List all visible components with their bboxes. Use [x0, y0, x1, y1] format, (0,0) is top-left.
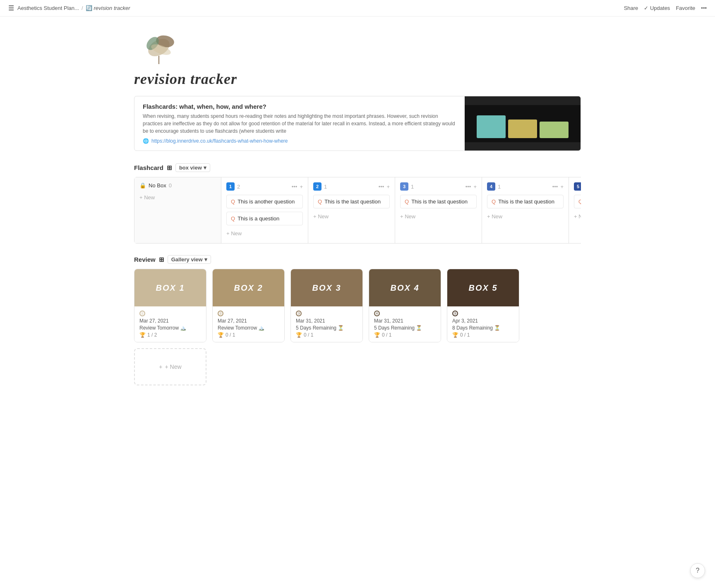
link-icon: 🌐	[143, 138, 149, 144]
more-menu-button[interactable]: •••	[701, 5, 707, 11]
flashcard-board-scroll: 🔒 No Box 0 + New 1 2	[134, 177, 581, 247]
card-q-icon: Q	[492, 198, 496, 205]
flashcard-item[interactable]: Q This is the last question	[313, 195, 390, 208]
top-nav: ☰ Aesthetics Student Plan... / 🔄 revisio…	[0, 0, 715, 17]
board-column-box2: 2 1 ••• + Q This is the last question + …	[308, 177, 395, 243]
info-card-image	[465, 96, 581, 151]
gallery-card-box5[interactable]: BOX 5 ⑤ Apr 3, 2021 8 Days Remaining ⏳ 🏆…	[447, 269, 519, 342]
card-progress-5: 🏆0 / 1	[452, 332, 514, 338]
card-q-icon: Q	[231, 198, 235, 205]
col-add-icon[interactable]: +	[473, 184, 477, 190]
flashcard-item[interactable]: Q This is the last question	[487, 195, 564, 208]
flashcard-item[interactable]: Q This is the last question	[400, 195, 477, 208]
board-column-box4: 4 1 ••• + Q This is the last question + …	[482, 177, 569, 243]
share-button[interactable]: Share	[624, 5, 638, 11]
flashcard-item[interactable]: Q Th...	[574, 195, 581, 208]
breadcrumb-parent[interactable]: Aesthetics Student Plan...	[17, 5, 79, 11]
info-card: Flashcards: what, when, how, and where? …	[134, 96, 581, 151]
gallery-box-label-1: BOX 1	[156, 283, 185, 293]
gallery-card-box2[interactable]: BOX 2 ② Mar 27, 2021 Review Tomorrow 🏔️ …	[212, 269, 285, 342]
gallery-box-label-3: BOX 3	[312, 283, 341, 293]
review-gallery: BOX 1 ① Mar 27, 2021 Review Tomorrow 🏔️ …	[134, 269, 581, 385]
card-date-3: Mar 31, 2021	[296, 318, 358, 324]
gallery-box-label-2: BOX 2	[234, 283, 263, 293]
new-item-no-box[interactable]: + New	[139, 193, 216, 202]
col-actions-box1[interactable]: ••• +	[292, 184, 303, 190]
col-actions-box4[interactable]: ••• +	[552, 184, 564, 190]
card-progress-4: 🏆0 / 1	[374, 332, 436, 338]
card-status-2: Review Tomorrow 🏔️	[218, 325, 279, 331]
col-add-icon[interactable]: +	[300, 184, 303, 190]
flashcard-item[interactable]: Q This is another question	[226, 195, 303, 208]
chevron-down-icon: ▾	[204, 256, 207, 263]
flashcard-view-label: box view	[179, 165, 202, 171]
col-title-box3: 3 1	[400, 182, 414, 191]
col-actions-box2[interactable]: ••• +	[379, 184, 390, 190]
breadcrumb-current: 🔄 revision tracker	[86, 5, 130, 11]
col-title-box5: 5	[574, 182, 581, 191]
plus-icon: +	[159, 363, 162, 370]
col-badge-3: 3	[400, 182, 408, 191]
info-card-link[interactable]: 🌐 https://blog.innerdrive.co.uk/flashcar…	[143, 138, 456, 144]
review-view-selector[interactable]: Gallery view ▾	[168, 255, 211, 264]
card-num-1: ①	[139, 311, 201, 316]
info-card-text: Flashcards: what, when, how, and where? …	[134, 96, 465, 151]
col-title-box2: 2 1	[313, 182, 327, 191]
card-status-3: 5 Days Remaining ⏳	[296, 325, 358, 331]
col-more-icon[interactable]: •••	[379, 184, 384, 190]
updates-button[interactable]: ✓ Updates	[644, 5, 670, 11]
gallery-card-box1[interactable]: BOX 1 ① Mar 27, 2021 Review Tomorrow 🏔️ …	[134, 269, 206, 342]
new-item-box1[interactable]: + New	[226, 229, 303, 238]
card-text: This is another question	[238, 198, 295, 205]
new-item-box4[interactable]: + New	[487, 212, 564, 221]
card-text: This is the last question	[411, 198, 468, 205]
col-title-no-box: 🔒 No Box 0	[139, 182, 172, 189]
review-view-icon: ⊞	[159, 256, 164, 263]
board-column-box1: 1 2 ••• + Q This is another question Q T…	[221, 177, 308, 243]
menu-icon[interactable]: ☰	[8, 4, 14, 12]
link-url[interactable]: https://blog.innerdrive.co.uk/flashcards…	[151, 138, 288, 144]
col-add-icon[interactable]: +	[560, 184, 564, 190]
card-dot-4: ④	[374, 311, 380, 316]
favorite-button[interactable]: Favorite	[676, 5, 695, 11]
page-content: revision tracker Flashcards: what, when,…	[109, 17, 606, 410]
board-column-box3: 3 1 ••• + Q This is the last question + …	[395, 177, 482, 243]
gallery-card-body-box5: ⑤ Apr 3, 2021 8 Days Remaining ⏳ 🏆0 / 1	[447, 306, 519, 342]
col-actions-box3[interactable]: ••• +	[465, 184, 477, 190]
col-more-icon[interactable]: •••	[292, 184, 298, 190]
col-header-box5: 5 ••• +	[574, 182, 581, 191]
flashcard-view-selector[interactable]: box view ▾	[175, 163, 210, 172]
card-date-4: Mar 31, 2021	[374, 318, 436, 324]
new-item-box2[interactable]: + New	[313, 212, 390, 221]
flashcard-item[interactable]: Q This is a question	[226, 212, 303, 225]
new-item-box3[interactable]: + New	[400, 212, 477, 221]
gallery-card-header-box2: BOX 2	[213, 269, 284, 306]
card-status-5: 8 Days Remaining ⏳	[452, 325, 514, 331]
col-more-icon[interactable]: •••	[465, 184, 471, 190]
card-progress-1: 🏆1 / 2	[139, 332, 201, 338]
card-q-icon: Q	[318, 198, 322, 205]
lock-icon: 🔒	[139, 182, 146, 189]
gallery-card-body-box4: ④ Mar 31, 2021 5 Days Remaining ⏳ 🏆0 / 1	[369, 306, 441, 342]
col-header-box3: 3 1 ••• +	[400, 182, 477, 191]
col-header-box2: 2 1 ••• +	[313, 182, 390, 191]
new-item-box5[interactable]: + Na...	[574, 212, 581, 221]
col-title-box4: 4 1	[487, 182, 501, 191]
gallery-card-body-box1: ① Mar 27, 2021 Review Tomorrow 🏔️ 🏆1 / 2	[134, 306, 206, 342]
col-header-box1: 1 2 ••• +	[226, 182, 303, 191]
card-status-1: Review Tomorrow 🏔️	[139, 325, 201, 331]
nav-left: ☰ Aesthetics Student Plan... / 🔄 revisio…	[8, 4, 130, 12]
gallery-card-header-box1: BOX 1	[134, 269, 206, 306]
card-num-3: ③	[296, 311, 358, 316]
gallery-card-box4[interactable]: BOX 4 ④ Mar 31, 2021 5 Days Remaining ⏳ …	[369, 269, 441, 342]
gallery-card-body-box2: ② Mar 27, 2021 Review Tomorrow 🏔️ 🏆0 / 1	[213, 306, 284, 342]
card-dot-2: ②	[218, 311, 223, 316]
review-section-label: Review	[134, 256, 156, 263]
new-gallery-card-button[interactable]: + + New	[134, 348, 206, 385]
col-more-icon[interactable]: •••	[552, 184, 558, 190]
page-icon	[134, 25, 184, 66]
col-add-icon[interactable]: +	[386, 184, 390, 190]
gallery-card-box3[interactable]: BOX 3 ③ Mar 31, 2021 5 Days Remaining ⏳ …	[290, 269, 363, 342]
gallery-card-header-box3: BOX 3	[291, 269, 362, 306]
card-dot-1: ①	[139, 311, 145, 316]
